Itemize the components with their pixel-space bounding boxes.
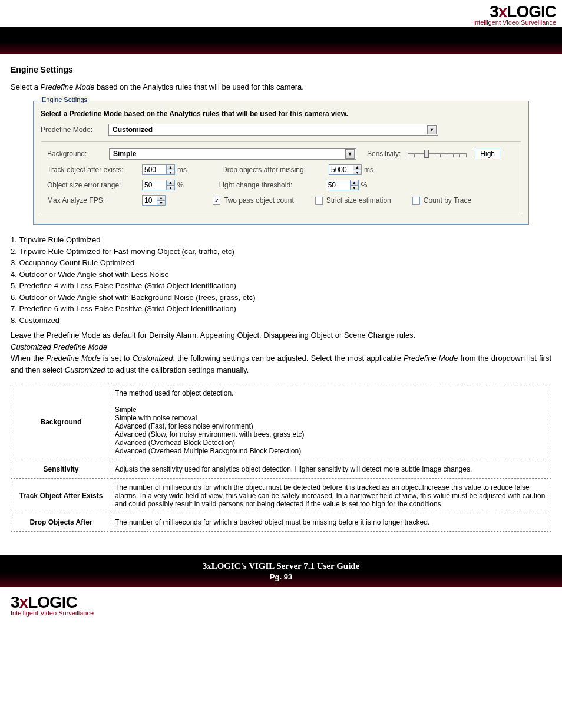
custom-para-em: Customized bbox=[133, 354, 173, 363]
intro-text: Select a Predefine Mode based on the Ana… bbox=[11, 83, 551, 91]
obj-size-stepper[interactable]: 50 ▲▼ bbox=[142, 180, 175, 190]
table-row: Track Object After Exists The number of … bbox=[11, 479, 551, 513]
engine-settings-panel: Engine Settings Select a Predefine Mode … bbox=[33, 101, 529, 225]
background-intro: The method used for object detection. bbox=[115, 389, 547, 397]
predefine-mode-value: Customized bbox=[113, 126, 153, 134]
custom-para-text: , the following settings can be adjusted… bbox=[173, 354, 404, 363]
background-option: Advanced (Slow, for noisy environment wi… bbox=[115, 430, 547, 439]
stepper-up-icon[interactable]: ▲ bbox=[167, 180, 174, 186]
background-option: Advanced (Overhead Multiple Background B… bbox=[115, 447, 547, 455]
footer-brand: 3xLOGIC Intelligent Video Surveillance bbox=[0, 587, 562, 628]
custom-para-text: is set to bbox=[101, 354, 133, 363]
settings-definition-table: Background The method used for object de… bbox=[11, 384, 551, 532]
stepper-up-icon[interactable]: ▲ bbox=[353, 165, 361, 170]
stepper-up-icon[interactable]: ▲ bbox=[351, 180, 358, 186]
def-val-track: The number of milliseconds for which the… bbox=[111, 479, 551, 513]
predefine-mode-list: 1. Tripwire Rule Optimized 2. Tripwire R… bbox=[11, 234, 551, 326]
background-value: Simple bbox=[113, 150, 136, 158]
mode-item: 2. Tripwire Rule Optimized for Fast movi… bbox=[11, 246, 551, 258]
after-list-block: Leave the Predefine Mode as default for … bbox=[11, 330, 551, 375]
max-fps-stepper[interactable]: 10 ▲▼ bbox=[142, 195, 166, 206]
def-val-background: The method used for object detection. Si… bbox=[111, 384, 551, 460]
footer-bar: 3xLOGIC's VIGIL Server 7.1 User Guide Pg… bbox=[0, 555, 562, 587]
mode-item: 7. Predefine 6 with Less False Positive … bbox=[11, 303, 551, 315]
sensitivity-readout: High bbox=[475, 149, 500, 159]
def-key-drop: Drop Objects After bbox=[11, 513, 111, 532]
header-bar bbox=[0, 27, 562, 54]
mode-item: 3. Occupancy Count Rule Optimized bbox=[11, 257, 551, 269]
brand-logic: LOGIC bbox=[507, 2, 556, 21]
table-row: Background The method used for object de… bbox=[11, 384, 551, 460]
mode-item: 4. Outdoor or Wide Angle shot with Less … bbox=[11, 269, 551, 281]
def-val-drop: The number of milliseconds for which a t… bbox=[111, 513, 551, 532]
light-threshold-unit: % bbox=[361, 181, 368, 189]
table-row: Sensitivity Adjusts the sensitivity used… bbox=[11, 460, 551, 479]
background-option: Simple bbox=[115, 406, 547, 414]
brand-tagline: Intelligent Video Surveillance bbox=[11, 610, 551, 617]
brand-x: x bbox=[19, 593, 28, 611]
intro-pre: Select a bbox=[11, 83, 41, 91]
custom-para-em: Customized bbox=[65, 365, 105, 374]
predefine-mode-label: Predefine Mode: bbox=[41, 126, 108, 134]
max-fps-label: Max Analyze FPS: bbox=[47, 196, 138, 205]
def-key-sensitivity: Sensitivity bbox=[11, 460, 111, 479]
table-row: Drop Objects After The number of millise… bbox=[11, 513, 551, 532]
drop-missing-unit: ms bbox=[364, 166, 373, 174]
stepper-down-icon[interactable]: ▼ bbox=[157, 201, 165, 206]
dropdown-caret-icon[interactable]: ▼ bbox=[345, 149, 355, 159]
drop-missing-value: 5000 bbox=[329, 165, 353, 174]
stepper-down-icon[interactable]: ▼ bbox=[167, 186, 174, 190]
header-brand-top: 3xLOGIC Intelligent Video Surveillance bbox=[0, 0, 562, 27]
background-option: Advanced (Fast, for less noise environme… bbox=[115, 422, 547, 430]
count-by-trace-checkbox[interactable] bbox=[412, 197, 420, 205]
stepper-up-icon[interactable]: ▲ bbox=[157, 196, 165, 201]
drop-missing-label: Drop objects after missing: bbox=[222, 166, 325, 174]
obj-size-unit: % bbox=[177, 181, 184, 189]
panel-legend: Engine Settings bbox=[39, 96, 90, 103]
def-key-background: Background bbox=[11, 384, 111, 460]
footer-title: 3xLOGIC's VIGIL Server 7.1 User Guide bbox=[0, 561, 562, 571]
strict-size-checkbox[interactable] bbox=[315, 197, 323, 205]
drop-missing-stepper[interactable]: 5000 ▲▼ bbox=[329, 164, 362, 175]
background-label: Background: bbox=[47, 150, 109, 158]
def-val-sensitivity: Adjusts the sensitivity used for analyti… bbox=[111, 460, 551, 479]
track-exists-value: 500 bbox=[143, 165, 166, 174]
background-dropdown[interactable]: Simple ▼ bbox=[109, 148, 356, 160]
stepper-down-icon[interactable]: ▼ bbox=[351, 186, 358, 190]
two-pass-label: Two pass object count bbox=[224, 196, 294, 205]
obj-size-label: Object size error range: bbox=[47, 181, 138, 189]
sensitivity-slider[interactable] bbox=[408, 150, 467, 158]
mode-item: 6. Outdoor or Wide Angle shot with Backg… bbox=[11, 292, 551, 304]
brand-tagline: Intelligent Video Surveillance bbox=[0, 19, 556, 26]
intro-em: Predefine Mode bbox=[41, 83, 95, 91]
customized-heading: Customized Predefine Mode bbox=[11, 342, 107, 351]
obj-size-value: 50 bbox=[143, 180, 166, 190]
panel-instruction: Select a Predefine Mode based on the Ana… bbox=[41, 110, 521, 118]
mode-item: 5. Predefine 4 with Less False Positive … bbox=[11, 280, 551, 292]
background-option: Advanced (Overhead Block Detection) bbox=[115, 439, 547, 447]
count-by-trace-label: Count by Trace bbox=[424, 196, 471, 205]
brand-3: 3 bbox=[490, 2, 498, 21]
engine-sub-panel: Background: Simple ▼ Sensitivity: High T… bbox=[41, 141, 521, 213]
slider-thumb[interactable] bbox=[424, 150, 429, 158]
stepper-down-icon[interactable]: ▼ bbox=[353, 170, 361, 175]
leave-default-text: Leave the Predefine Mode as default for … bbox=[11, 330, 551, 341]
background-option: Simple with noise removal bbox=[115, 414, 547, 422]
def-key-track: Track Object After Exists bbox=[11, 479, 111, 513]
dropdown-caret-icon[interactable]: ▼ bbox=[427, 125, 437, 134]
intro-post: based on the Analytics rules that will b… bbox=[94, 83, 304, 91]
brand-logic: LOGIC bbox=[28, 593, 77, 611]
mode-item: 8. Customized bbox=[11, 315, 551, 327]
light-threshold-stepper[interactable]: 50 ▲▼ bbox=[326, 180, 359, 190]
track-exists-stepper[interactable]: 500 ▲▼ bbox=[142, 164, 175, 175]
custom-para-em: Predefine Mode bbox=[404, 354, 458, 363]
sensitivity-label: Sensitivity: bbox=[367, 150, 401, 158]
stepper-down-icon[interactable]: ▼ bbox=[167, 170, 174, 175]
strict-size-label: Strict size estimation bbox=[326, 196, 391, 205]
light-threshold-label: Light change threshold: bbox=[219, 181, 322, 189]
predefine-mode-dropdown[interactable]: Customized ▼ bbox=[108, 124, 438, 136]
two-pass-checkbox[interactable] bbox=[213, 197, 220, 205]
brand-x: x bbox=[498, 2, 507, 21]
custom-para-em: Predefine Mode bbox=[46, 354, 100, 363]
stepper-up-icon[interactable]: ▲ bbox=[167, 165, 174, 170]
